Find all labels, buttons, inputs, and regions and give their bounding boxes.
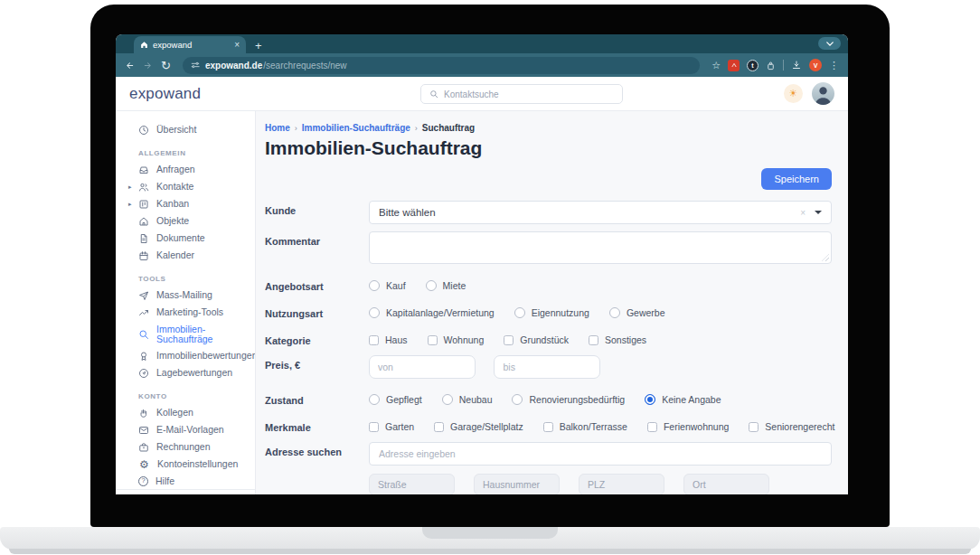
- sidebar-item-kalender[interactable]: Kalender: [116, 247, 255, 264]
- new-tab-button[interactable]: +: [255, 40, 262, 52]
- sidebar-minimize-button[interactable]: ⇤ Menü minimieren: [116, 489, 255, 494]
- breadcrumb-separator: ›: [295, 124, 297, 133]
- calendar-icon: [138, 250, 149, 261]
- browser-profile-avatar[interactable]: V: [809, 59, 822, 71]
- search-placeholder: Kontaktsuche: [444, 89, 499, 99]
- radio-renovierungsbeduerftig[interactable]: Renovierungsbedürftig: [512, 394, 625, 405]
- select-clear-icon[interactable]: ×: [800, 208, 806, 218]
- kunde-label: Kunde: [265, 201, 369, 216]
- preis-von-input[interactable]: [369, 355, 476, 379]
- browser-menu-dots-icon[interactable]: ⋮: [829, 61, 839, 71]
- url-bar[interactable]: expowand.de/searchrequests/new: [183, 57, 700, 74]
- sidebar-item-kontakte[interactable]: ▸ Kontakte: [116, 178, 255, 195]
- adresse-input[interactable]: [369, 442, 832, 466]
- preis-label: Preis, €: [265, 355, 369, 371]
- checkbox-sonstiges[interactable]: Sonstiges: [589, 334, 646, 345]
- expand-caret-icon: ▸: [128, 182, 132, 192]
- sidebar-item-marketing-tools[interactable]: Marketing-Tools: [116, 304, 255, 321]
- field-row-merkmale: Merkmale Garten Garage/Stellplatz Balkon…: [265, 418, 832, 433]
- radio-kapitalanlage[interactable]: Kapitalanlage/Vermietung: [369, 307, 495, 318]
- checkbox-garten[interactable]: Garten: [369, 421, 414, 432]
- inbox-icon: [138, 165, 149, 175]
- field-row-kommentar: Kommentar: [265, 231, 832, 264]
- page-title: Immobilien-Suchauftrag: [265, 137, 832, 159]
- compass-icon: [138, 368, 149, 379]
- checkbox-grundstueck[interactable]: Grundstück: [504, 334, 569, 345]
- extensions-puzzle-icon[interactable]: [766, 61, 776, 71]
- sidebar-item-immobilien-suchauftraege[interactable]: Immobilien-Suchaufträge: [116, 321, 255, 347]
- checkbox-ferienwohnung[interactable]: Ferienwohnung: [647, 421, 729, 432]
- sidebar-item-kanban[interactable]: ▸ Kanban: [116, 195, 255, 212]
- sidebar-item-mass-mailing[interactable]: Mass-Mailing: [116, 287, 255, 304]
- radio-icon: [609, 307, 620, 318]
- gear-icon: ⚙: [138, 459, 150, 470]
- back-button[interactable]: [125, 61, 135, 71]
- sidebar-item-lagebewertungen[interactable]: Lagebewertungen: [116, 364, 255, 381]
- clock-icon: [138, 125, 149, 136]
- sidebar-section-konto: KONTO: [116, 381, 255, 404]
- user-avatar[interactable]: [812, 82, 834, 105]
- app-logo[interactable]: expowand: [129, 85, 201, 103]
- checkbox-balkon-terrasse[interactable]: Balkon/Terrasse: [543, 421, 627, 432]
- person-silhouette-icon: [812, 82, 834, 105]
- site-info-icon[interactable]: [191, 61, 200, 70]
- checkbox-seniorengerecht[interactable]: Seniorengerecht: [749, 421, 834, 432]
- contact-search-input[interactable]: Kontaktsuche: [420, 84, 623, 104]
- radio-icon: [369, 307, 380, 318]
- checkbox-wohnung[interactable]: Wohnung: [428, 334, 485, 345]
- bookmark-star-icon[interactable]: ☆: [711, 61, 721, 71]
- search-icon: [138, 329, 149, 340]
- radio-miete[interactable]: Miete: [426, 280, 466, 291]
- theme-toggle-button[interactable]: ☀: [784, 84, 803, 103]
- radio-icon: [369, 280, 380, 291]
- sidebar-item-immobilienbewertungen[interactable]: Immobilienbewertungen: [116, 347, 255, 364]
- sidebar-item-kontoeinstellungen[interactable]: ⚙ Kontoeinstellungen: [116, 456, 255, 473]
- sidebar-item-objekte[interactable]: Objekte: [116, 212, 255, 230]
- sidebar-item-anfragen[interactable]: Anfragen: [116, 161, 255, 178]
- breadcrumb-suchauftraege-link[interactable]: Immobilien-Suchaufträge: [302, 123, 410, 133]
- kategorie-label: Kategorie: [265, 331, 369, 346]
- kommentar-textarea[interactable]: [369, 231, 832, 264]
- sidebar-item-hilfe[interactable]: ? Hilfe: [116, 473, 255, 489]
- sidebar-item-email-vorlagen[interactable]: E-Mail-Vorlagen: [116, 421, 255, 438]
- laptop-mockup: expowand × + ↻ expowand.de/searchrequest…: [0, 0, 980, 555]
- tab-close-icon[interactable]: ×: [234, 41, 240, 50]
- briefcase-icon: [138, 442, 149, 453]
- radio-kauf[interactable]: Kauf: [369, 280, 406, 291]
- browser-toolbar: ↻ expowand.de/searchrequests/new ☆ t V ⋮: [116, 53, 848, 77]
- field-row-zustand: Zustand Gepflegt Neubau Renovierungsbedü…: [265, 390, 832, 406]
- award-icon: [138, 351, 149, 362]
- save-button[interactable]: Speichern: [761, 168, 832, 190]
- pdf-extension-icon[interactable]: [728, 60, 740, 71]
- radio-eigennutzung[interactable]: Eigennutzung: [514, 307, 589, 318]
- reload-button[interactable]: ↻: [161, 60, 171, 71]
- kunde-select[interactable]: Bitte wählen ×: [369, 201, 832, 224]
- checkbox-haus[interactable]: Haus: [369, 334, 408, 345]
- download-icon[interactable]: [791, 60, 802, 71]
- sidebar-item-rechnungen[interactable]: Rechnungen: [116, 438, 255, 456]
- zustand-label: Zustand: [265, 390, 369, 406]
- radio-gepflegt[interactable]: Gepflegt: [369, 394, 422, 405]
- preis-bis-input[interactable]: [494, 355, 600, 379]
- home-favicon-icon: [140, 41, 148, 49]
- browser-tab[interactable]: expowand ×: [134, 36, 246, 53]
- forward-button[interactable]: [143, 61, 153, 71]
- radio-gewerbe[interactable]: Gewerbe: [609, 307, 665, 318]
- sidebar-item-uebersicht[interactable]: Übersicht: [116, 121, 255, 138]
- breadcrumb-home-link[interactable]: Home: [265, 123, 290, 133]
- colleagues-icon: [138, 408, 149, 419]
- help-icon: ?: [138, 476, 148, 486]
- checkbox-garage-stellplatz[interactable]: Garage/Stellplatz: [434, 421, 523, 432]
- sidebar-item-kollegen[interactable]: Kollegen: [116, 404, 255, 421]
- document-icon: [138, 233, 149, 244]
- radio-icon: [369, 394, 380, 405]
- radio-neubau[interactable]: Neubau: [442, 394, 493, 405]
- sidebar-item-dokumente[interactable]: Dokumente: [116, 230, 255, 247]
- envelope-icon: [138, 425, 149, 436]
- window-chevron-button[interactable]: [818, 37, 841, 50]
- radio-keine-angabe[interactable]: Keine Angabe: [645, 394, 721, 405]
- house-icon: [138, 216, 149, 227]
- extension-badge-icon[interactable]: t: [747, 60, 759, 71]
- sun-icon: ☀: [789, 88, 798, 99]
- ort-input-disabled: Ort: [683, 474, 769, 494]
